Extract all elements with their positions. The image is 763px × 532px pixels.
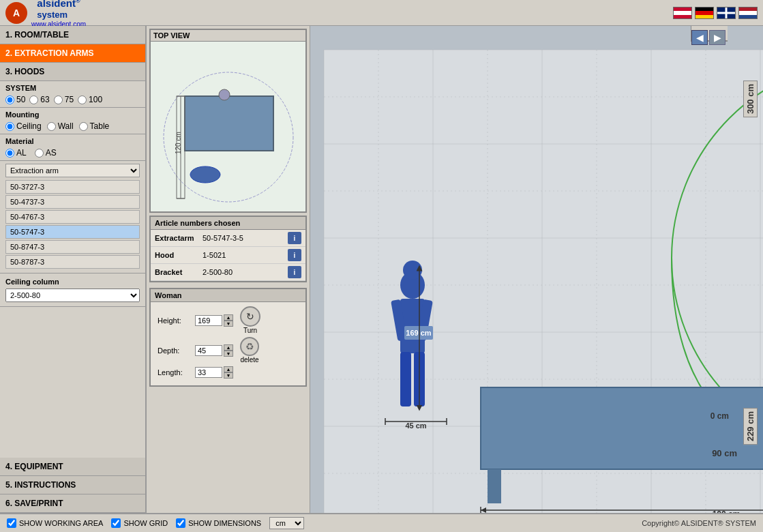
main-canvas-svg: 1000 800 600 400 200 0 200 400 600 800 1…: [310, 26, 763, 513]
arm-item-50-8787-3[interactable]: 50-8787-3: [5, 255, 140, 269]
depth-down[interactable]: ▼: [224, 351, 233, 357]
mounting-table[interactable]: Table: [79, 121, 110, 131]
svg-text:169 cm: 169 cm: [406, 329, 432, 337]
svg-rect-3: [219, 89, 230, 100]
flag-uk[interactable]: [717, 7, 736, 19]
article-row-hood: Hood 1-5021 i: [151, 247, 305, 264]
show-dimensions-item[interactable]: SHOW DIMENSIONS: [176, 518, 261, 528]
height-row: Height: ▲ ▼ ↻ Turn: [158, 306, 299, 334]
show-working-area-checkbox[interactable]: [7, 518, 16, 528]
height-up[interactable]: ▲: [224, 314, 233, 321]
nav-hoods[interactable]: 3. HOODS: [0, 63, 145, 81]
header: A alsident®system www.alsident.com: [0, 0, 763, 26]
article-header: Article numbers chosen: [151, 217, 305, 230]
height-down[interactable]: ▼: [224, 321, 233, 327]
nav-room-table[interactable]: 1. ROOM/TABLE: [0, 26, 145, 44]
height-input[interactable]: [195, 315, 222, 326]
arm-item-50-3727-3[interactable]: 50-3727-3: [5, 180, 140, 194]
system-63[interactable]: 63: [29, 95, 49, 104]
system-50[interactable]: 50: [5, 95, 25, 104]
show-working-area-item[interactable]: SHOW WORKING AREA: [7, 518, 103, 528]
mounting-label: Mounting: [5, 110, 140, 119]
arm-item-50-5747-3[interactable]: 50-5747-3: [5, 225, 140, 239]
flag-nl[interactable]: [738, 7, 758, 19]
ceiling-select[interactable]: 2-500-80: [5, 289, 140, 302]
depth-label: Depth:: [158, 346, 195, 355]
length-row: Length: ▲ ▼: [158, 366, 299, 379]
logo-area: alsident®system www.alsident.com: [31, 0, 86, 28]
article-row-bracket: Bracket 2-500-80 i: [151, 264, 305, 281]
top-view-label: TOP VIEW: [151, 30, 305, 42]
logo-icon: A: [5, 2, 27, 24]
flag-de[interactable]: [695, 7, 714, 19]
depth-input[interactable]: [195, 345, 222, 356]
delete-icon[interactable]: ♻: [240, 337, 259, 356]
height-label: Height:: [158, 316, 195, 325]
dim-90cm: 90 cm: [712, 448, 737, 458]
svg-rect-63: [400, 352, 411, 407]
flag-dk[interactable]: [673, 7, 692, 19]
ruler-300cm: 300 cm: [743, 80, 758, 117]
dim-0cm: 0 cm: [710, 411, 729, 421]
canvas-area: 10 cm ◀ ▶: [310, 26, 763, 513]
system-75[interactable]: 75: [54, 95, 74, 104]
info-btn-bracket[interactable]: i: [288, 266, 301, 278]
nav-extraction-arms[interactable]: 2. EXTRACTION ARMS: [0, 44, 145, 63]
depth-spinner[interactable]: ▲ ▼: [224, 344, 233, 357]
length-label: Length:: [158, 368, 195, 376]
depth-up[interactable]: ▲: [224, 344, 233, 351]
units-select[interactable]: cm mm inch: [269, 517, 304, 529]
woman-panel: Woman Height: ▲ ▼ ↻: [149, 288, 307, 387]
article-panel: Article numbers chosen Extractarm 50-574…: [149, 216, 307, 282]
info-btn-extractarm[interactable]: i: [288, 232, 301, 244]
woman-header: Woman: [151, 289, 305, 302]
show-grid-checkbox[interactable]: [111, 518, 121, 528]
length-down[interactable]: ▼: [224, 372, 233, 379]
system-label: SYSTEM: [5, 84, 140, 92]
top-view-svg: 120 cm: [151, 42, 306, 209]
nav-equipment[interactable]: 4. EQUIPMENT: [0, 458, 145, 476]
length-up[interactable]: ▲: [224, 366, 233, 372]
delete-area: ♻ delete: [240, 337, 259, 364]
language-flags: [673, 7, 758, 19]
material-as[interactable]: AS: [35, 148, 57, 158]
length-spinner[interactable]: ▲ ▼: [224, 366, 233, 379]
article-row-extractarm: Extractarm 50-5747-3-5 i: [151, 230, 305, 247]
article-value-hood: 1-5021: [203, 251, 288, 259]
article-value-bracket: 2-500-80: [203, 268, 288, 276]
delete-label[interactable]: delete: [240, 356, 258, 364]
arm-item-50-8747-3[interactable]: 50-8747-3: [5, 240, 140, 254]
mounting-wall[interactable]: Wall: [47, 121, 74, 131]
show-grid-item[interactable]: SHOW GRID: [111, 518, 168, 528]
svg-text:45 cm: 45 cm: [405, 422, 426, 430]
turn-label[interactable]: Turn: [243, 327, 257, 334]
logo-text: alsident®system: [37, 0, 80, 20]
arm-item-50-4737-3[interactable]: 50-4737-3: [5, 195, 140, 209]
length-input[interactable]: [195, 367, 222, 378]
arm-item-50-4767-3[interactable]: 50-4767-3: [5, 210, 140, 224]
system-100[interactable]: 100: [78, 95, 102, 104]
nav-right[interactable]: ▶: [709, 30, 725, 45]
nav-arrows: ◀ ▶: [691, 30, 725, 45]
mounting-ceiling[interactable]: Ceiling: [5, 121, 42, 131]
info-btn-hood[interactable]: i: [288, 249, 301, 261]
height-spinner[interactable]: ▲ ▼: [224, 314, 233, 327]
extraction-dropdown[interactable]: Extraction arm: [5, 164, 140, 177]
article-value-extractarm: 50-5747-3-5: [203, 234, 288, 242]
copyright: Copyright© ALSIDENT® SYSTEM: [642, 519, 756, 527]
show-dimensions-checkbox[interactable]: [176, 518, 185, 528]
article-key-extractarm: Extractarm: [155, 234, 203, 242]
depth-row: Depth: ▲ ▼ ♻ delete: [158, 337, 299, 364]
top-view-container: TOP VIEW 120 cm: [149, 29, 307, 213]
material-al[interactable]: AL: [5, 148, 27, 158]
article-key-bracket: Bracket: [155, 268, 203, 276]
show-dimensions-label: SHOW DIMENSIONS: [188, 519, 261, 527]
svg-point-4: [190, 166, 220, 183]
nav-instructions[interactable]: 5. INSTRUCTIONS: [0, 476, 145, 494]
nav-left[interactable]: ◀: [691, 30, 708, 45]
bottom-bar: SHOW WORKING AREA SHOW GRID SHOW DIMENSI…: [0, 513, 763, 532]
article-key-hood: Hood: [155, 251, 203, 259]
nav-save-print[interactable]: 6. SAVE/PRINT: [0, 494, 145, 513]
turn-icon[interactable]: ↻: [240, 306, 260, 327]
turn-area: ↻ Turn: [240, 306, 260, 334]
